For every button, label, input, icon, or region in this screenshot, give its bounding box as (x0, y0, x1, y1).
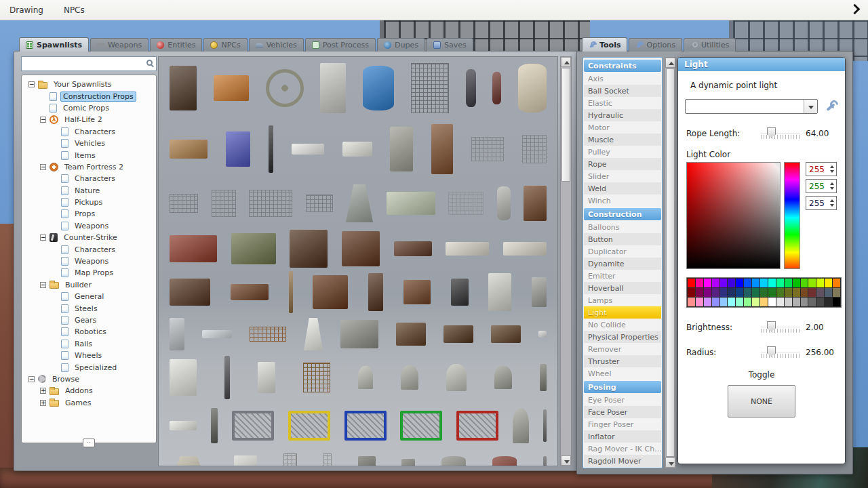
prop-gas-cylinder-black[interactable] (466, 69, 476, 107)
tool-item-ragdoll-mover[interactable]: Ragdoll Mover (584, 455, 661, 467)
color-swatch[interactable] (785, 279, 792, 287)
collapse-icon[interactable]: − (28, 376, 35, 382)
prop-green-couch[interactable] (231, 233, 276, 264)
tool-item-rag-mover-ik-ch-[interactable]: Rag Mover - IK Ch... (584, 443, 661, 455)
prop-wood-plank-tall[interactable] (289, 271, 293, 313)
prop-radiator[interactable] (532, 277, 547, 307)
tree-node-wheels[interactable]: Wheels (23, 350, 155, 361)
color-swatch[interactable] (793, 298, 800, 306)
spin-up-icon[interactable] (830, 165, 834, 168)
prop-mattress-b[interactable] (503, 242, 547, 256)
color-swatch[interactable] (768, 288, 776, 297)
prop-cage-gray[interactable] (232, 411, 274, 441)
tree-node-pickups[interactable]: Pickups (23, 197, 155, 208)
collapse-icon[interactable]: − (40, 164, 46, 170)
prop-gravestone-a[interactable] (358, 366, 373, 389)
tree-node-nature[interactable]: Nature (23, 185, 155, 197)
color-swatch[interactable] (785, 288, 792, 297)
prop-tall-cabinet[interactable] (368, 273, 383, 311)
prop-mattress-a[interactable] (446, 242, 489, 256)
color-swatch[interactable] (801, 298, 808, 306)
color-swatch[interactable] (760, 298, 768, 306)
prop-water-heater[interactable] (497, 186, 511, 220)
scroll-down-button[interactable] (561, 455, 571, 466)
color-swatch[interactable] (776, 279, 784, 287)
color-swatch[interactable] (728, 279, 735, 287)
prop-metal-door[interactable] (320, 63, 346, 113)
prop-wood-dresser[interactable] (342, 231, 380, 266)
prop-headboard[interactable] (170, 279, 210, 306)
tool-item-no-collide[interactable]: No Collide (584, 319, 661, 331)
prop-propane-tank[interactable] (518, 64, 547, 113)
color-swatch[interactable] (688, 298, 695, 306)
color-swatch[interactable] (744, 279, 751, 287)
prop-metal-frame[interactable] (170, 318, 184, 350)
prop-wood-chair[interactable] (524, 186, 547, 221)
color-swatch[interactable] (801, 288, 808, 297)
color-swatch[interactable] (793, 288, 800, 297)
prop-round-table[interactable] (396, 323, 426, 346)
prop-fence-section-wide[interactable] (249, 190, 292, 217)
prop-cage-red[interactable] (456, 411, 498, 441)
prop-lampshade-cone[interactable] (170, 456, 208, 466)
tree-node-rails[interactable]: Rails (23, 338, 155, 350)
color-swatch[interactable] (712, 288, 719, 297)
color-swatch[interactable] (736, 298, 743, 306)
color-swatch[interactable] (744, 298, 751, 306)
prop-blue-barrel[interactable] (363, 66, 394, 110)
tool-item-ball-socket[interactable]: Ball Socket (584, 85, 661, 97)
tree-node-steels[interactable]: Steels (23, 302, 155, 314)
spin-up-icon[interactable] (830, 182, 834, 185)
tab-tools[interactable]: Tools (582, 37, 627, 52)
color-swatch[interactable] (696, 288, 703, 297)
tool-item-axis[interactable]: Axis (584, 73, 661, 85)
scrollbar-thumb[interactable] (561, 68, 570, 182)
color-swatch[interactable] (825, 288, 832, 297)
color-swatch[interactable] (720, 288, 728, 297)
scroll-up-button[interactable] (665, 58, 675, 68)
brightness-slider[interactable] (761, 321, 800, 333)
tree-node-gears[interactable]: Gears (23, 314, 155, 326)
prop-scaffold-pole[interactable] (283, 453, 297, 466)
tool-item-motor[interactable]: Motor (584, 121, 661, 134)
tab-saves[interactable]: Saves (427, 38, 473, 52)
color-swatch[interactable] (688, 279, 695, 287)
prop-bar-stool[interactable] (170, 66, 197, 110)
color-swatch[interactable] (720, 298, 728, 306)
tree-expand-handle[interactable]: ·· (83, 439, 95, 447)
tree-node-characters[interactable]: Characters (23, 243, 155, 255)
tool-item-light[interactable]: Light (584, 306, 661, 319)
tool-item-finger-poser[interactable]: Finger Poser (584, 418, 661, 430)
tool-item-hoverball[interactable]: Hoverball (584, 282, 661, 294)
prop-coffee-table[interactable] (231, 284, 269, 300)
color-swatch[interactable] (816, 279, 824, 287)
tool-item-inflator[interactable]: Inflator (584, 430, 661, 443)
tool-item-elastic[interactable]: Elastic (584, 97, 661, 109)
tool-item-rope[interactable]: Rope (584, 158, 661, 170)
color-swatch[interactable] (704, 279, 711, 287)
tree-node-addons[interactable]: +Addons (23, 385, 155, 396)
color-swatch[interactable] (696, 298, 703, 306)
tab-options[interactable]: Options (629, 38, 682, 52)
prop-gravestone-c[interactable] (446, 364, 467, 391)
color-swatch[interactable] (744, 288, 751, 297)
tool-item-winch[interactable]: Winch (584, 195, 661, 207)
hue-bar[interactable] (784, 162, 800, 269)
green-input[interactable]: 255 (806, 179, 837, 193)
prop-oil-drum-rusty[interactable] (492, 456, 517, 466)
prop-blue-chair[interactable] (226, 131, 250, 167)
tab-weapons[interactable]: Weapons (90, 38, 149, 52)
color-swatch[interactable] (776, 298, 784, 306)
color-swatch[interactable] (736, 279, 743, 287)
prop-lockers[interactable] (234, 455, 257, 466)
color-swatch[interactable] (720, 279, 728, 287)
tool-item-weld[interactable]: Weld (584, 182, 661, 195)
tree-node-team-fortress-2[interactable]: −Team Fortress 2 (23, 161, 155, 173)
prop-wire-fence[interactable] (471, 137, 504, 161)
prop-drawer-tray[interactable] (394, 241, 432, 256)
tab-entities[interactable]: Entities (150, 38, 202, 52)
tree-node-items[interactable]: Items (23, 149, 155, 161)
tool-item-thruster[interactable]: Thruster (584, 355, 661, 367)
tool-item-emitter[interactable]: Emitter (584, 270, 661, 282)
prop-pulley-wheel[interactable] (266, 69, 304, 107)
